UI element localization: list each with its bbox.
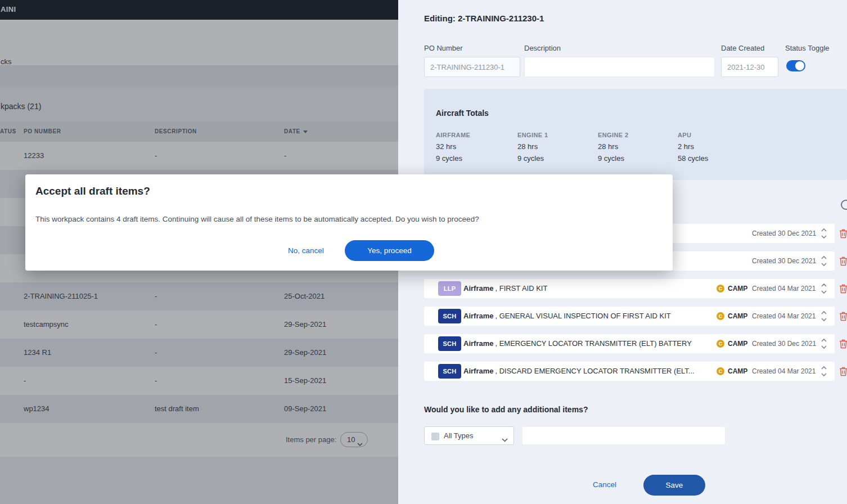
search-icon[interactable] [841, 200, 847, 210]
item-title: Airframe, DISCARD EMERGENCY LOCATOR TRAN… [463, 367, 695, 375]
workpack-item-row[interactable]: SCH Airframe, GENERAL VISUAL INSPECTION … [424, 307, 835, 326]
engine1-cycles: 9 cycles [517, 154, 544, 163]
trash-icon[interactable] [839, 367, 847, 376]
reorder-icon[interactable] [820, 282, 829, 295]
cancel-button[interactable]: Cancel [593, 480, 616, 489]
item-type-badge: LLP [438, 281, 461, 296]
description-label: Description [524, 44, 561, 52]
chevron-down-icon [502, 434, 508, 444]
camp-source-label: CAMP [728, 285, 747, 292]
engine2-label: ENGINE 2 [598, 132, 629, 138]
apu-hours: 2 hrs [678, 142, 694, 151]
camp-icon: C [717, 340, 724, 348]
camp-source-label: CAMP [728, 367, 747, 375]
item-title: Airframe, FIRST AID KIT [463, 284, 547, 292]
item-type-badge: SCH [438, 364, 461, 379]
camp-icon: C [717, 312, 724, 320]
engine1-hours: 28 hrs [517, 142, 538, 151]
camp-icon: C [717, 285, 724, 292]
type-filter-value: All Types [444, 431, 474, 440]
reorder-icon[interactable] [820, 365, 829, 377]
status-toggle-label: Status Toggle [785, 44, 830, 52]
trash-icon[interactable] [839, 229, 847, 238]
item-created-date: Created 04 Mar 2021 [752, 312, 816, 320]
no-cancel-button[interactable]: No, cancel [288, 246, 324, 255]
reorder-icon[interactable] [820, 227, 829, 240]
camp-icon: C [717, 367, 724, 375]
airframe-hours: 32 hrs [436, 142, 456, 151]
workpack-item-row[interactable]: SCH Airframe, DISCARD EMERGENCY LOCATOR … [424, 362, 835, 381]
aircraft-totals-card: Aircraft Totals AIRFRAME 32 hrs 9 cycles… [424, 89, 847, 180]
item-title: Airframe, GENERAL VISUAL INSPECTION OF F… [463, 312, 671, 320]
item-created-date: Created 04 Mar 2021 [752, 367, 816, 375]
engine2-hours: 28 hrs [598, 142, 618, 151]
apu-label: APU [678, 132, 691, 138]
editor-title: Editing: 2-TRAINING-211230-1 [424, 14, 544, 23]
airframe-cycles: 9 cycles [436, 154, 462, 163]
engine2-cycles: 9 cycles [598, 154, 624, 163]
camp-source-label: CAMP [728, 312, 747, 320]
date-created-field[interactable] [721, 57, 778, 77]
reorder-icon[interactable] [820, 310, 829, 322]
yes-proceed-button[interactable]: Yes, proceed [345, 240, 434, 261]
apu-cycles: 58 cycles [678, 154, 708, 163]
trash-icon[interactable] [839, 256, 847, 266]
add-item-input[interactable] [522, 427, 725, 444]
checkbox-icon [431, 433, 439, 440]
save-button[interactable]: Save [643, 475, 705, 496]
status-toggle[interactable] [786, 60, 805, 71]
item-created-date: Created 30 Dec 2021 [752, 257, 816, 265]
workpack-item-row[interactable]: SCH Airframe, EMERGENCY LOCATOR TRANSMIT… [424, 334, 835, 353]
toggle-knob-icon [795, 61, 804, 70]
dialog-body-text: This workpack contains 4 draft items. Co… [35, 215, 479, 223]
reorder-icon[interactable] [820, 255, 829, 267]
trash-icon[interactable] [839, 284, 847, 294]
item-created-date: Created 30 Dec 2021 [752, 340, 816, 348]
app-window: AINI cks kpacks (21) ATUS PO NUMBER DESC… [0, 0, 847, 504]
item-type-badge: SCH [438, 336, 461, 351]
reorder-icon[interactable] [820, 338, 829, 350]
po-number-label: PO Number [424, 44, 463, 52]
camp-source-label: CAMP [728, 340, 747, 348]
date-created-label: Date Created [721, 44, 764, 52]
trash-icon[interactable] [839, 339, 847, 349]
trash-icon[interactable] [839, 312, 847, 321]
workpack-item-row[interactable]: LLP Airframe, FIRST AID KIT C CAMP Creat… [424, 279, 835, 298]
accept-draft-items-dialog: Accept all draft items? This workpack co… [25, 174, 673, 271]
description-field[interactable] [524, 57, 715, 77]
item-type-badge: SCH [438, 309, 461, 323]
po-number-field[interactable] [424, 57, 520, 77]
dialog-title: Accept all draft items? [35, 185, 150, 197]
item-created-date: Created 30 Dec 2021 [752, 230, 816, 237]
airframe-label: AIRFRAME [436, 132, 470, 138]
type-filter-dropdown[interactable]: All Types [424, 426, 514, 445]
add-items-question: Would you like to add any additional ite… [424, 405, 588, 414]
aircraft-totals-title: Aircraft Totals [436, 109, 489, 118]
item-title: Airframe, EMERGENCY LOCATOR TRANSMITTER … [463, 339, 692, 348]
item-created-date: Created 04 Mar 2021 [752, 285, 816, 292]
engine1-label: ENGINE 1 [517, 132, 548, 138]
